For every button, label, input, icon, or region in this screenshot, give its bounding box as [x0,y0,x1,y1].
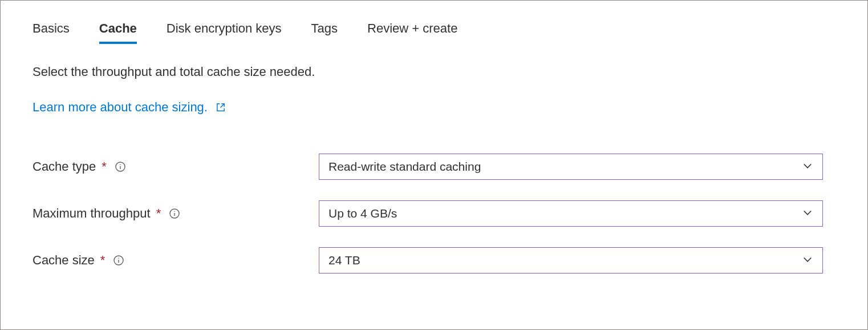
tab-review-create[interactable]: Review + create [367,21,457,44]
label-cache-size-text: Cache size [33,253,95,268]
page-description: Select the throughput and total cache si… [33,65,835,79]
external-link-icon [216,102,226,112]
select-max-throughput[interactable]: Up to 4 GB/s [319,200,823,227]
label-max-throughput-text: Maximum throughput [33,206,151,221]
row-cache-type: Cache type * Read-write standard caching [33,154,835,180]
label-max-throughput: Maximum throughput * [33,206,319,221]
info-icon[interactable] [115,161,126,172]
tab-tags[interactable]: Tags [311,21,338,44]
select-cache-type-value: Read-write standard caching [328,160,481,174]
learn-more-link[interactable]: Learn more about cache sizing. [33,100,226,115]
tab-cache[interactable]: Cache [99,21,137,44]
label-cache-type-text: Cache type [33,159,96,174]
required-asterisk: * [156,206,161,221]
row-cache-size: Cache size * 24 TB [33,247,835,273]
tab-disk-encryption-keys[interactable]: Disk encryption keys [167,21,282,44]
tab-bar: Basics Cache Disk encryption keys Tags R… [33,21,835,44]
info-icon[interactable] [113,255,124,266]
select-max-throughput-value: Up to 4 GB/s [328,207,397,220]
svg-point-5 [119,258,120,259]
info-icon[interactable] [169,208,180,219]
required-asterisk: * [100,253,106,268]
chevron-down-icon [802,160,813,174]
svg-point-3 [174,211,175,212]
chevron-down-icon [802,253,813,268]
svg-point-1 [120,164,121,166]
chevron-down-icon [802,207,813,221]
row-max-throughput: Maximum throughput * Up to 4 GB/s [33,200,835,227]
tab-basics[interactable]: Basics [33,21,70,44]
required-asterisk: * [102,159,107,174]
learn-more-link-label: Learn more about cache sizing. [33,100,208,115]
label-cache-type: Cache type * [33,159,319,174]
label-cache-size: Cache size * [33,253,319,268]
select-cache-type[interactable]: Read-write standard caching [319,154,823,180]
select-cache-size[interactable]: 24 TB [319,247,823,273]
select-cache-size-value: 24 TB [328,253,360,267]
